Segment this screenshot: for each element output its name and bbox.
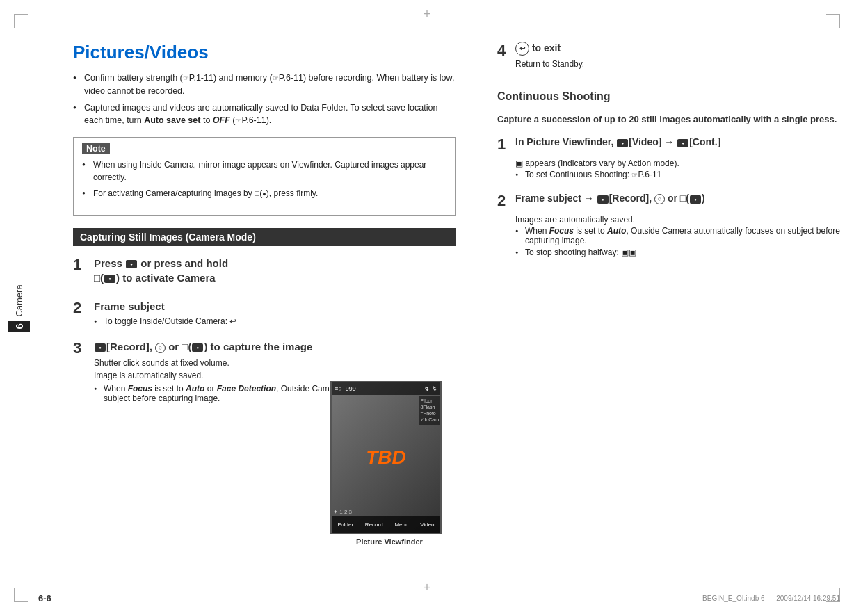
bottom-num: ✦ 1 2 3 xyxy=(333,509,352,515)
cs-step-2-body: Images are automatically saved. xyxy=(497,213,845,226)
footer: 6-6 BEGIN_E_OI.indb 6 2009/12/14 16:29:5… xyxy=(38,593,840,603)
cs-step-1-sub-1: To set Continuous Shooting: ☞P.6-11 xyxy=(497,170,845,179)
footer-file-text: BEGIN_E_OI.indb 6 xyxy=(702,594,765,602)
cs-step-1: 1 In Picture Viewfinder, [Video] → [Cont… xyxy=(497,136,845,179)
step-4-body: Return to Standby. xyxy=(515,58,584,70)
step-3-body: Shutter click sounds at fixed volume.Ima… xyxy=(94,357,456,382)
back-icon: ↩ xyxy=(515,42,529,56)
cs-step-2-sub-1: When Focus is set to Auto, Outside Camer… xyxy=(497,226,845,245)
camera-icon-2 xyxy=(104,275,115,283)
side-icon-3: =Photo xyxy=(420,411,439,416)
note-box: Note When using Inside Camera, mirror im… xyxy=(73,137,456,216)
circle-icon-1: ○ xyxy=(155,343,166,353)
intro-bullet-1: Confirm battery strength (☞P.1-11) and m… xyxy=(73,72,456,98)
cam-icon-cs2a xyxy=(597,195,609,204)
phone-status-right: ↯ ↯ xyxy=(424,385,437,392)
note-bullet-1: When using Inside Camera, mirror image a… xyxy=(82,159,446,184)
right-column: 4 ↩ to exit Return to Standby. Continuou… xyxy=(497,42,845,270)
step-2-title: Frame subject xyxy=(94,299,456,314)
cs-step-1-number: 1 xyxy=(497,136,510,154)
bottom-bar-video: Video xyxy=(420,521,434,528)
phone-side-icons: Filcon 8Flash =Photo ✓InCam xyxy=(419,396,440,425)
circle-icon-cs2: ○ xyxy=(654,194,665,204)
phone-caption: Picture Viewfinder xyxy=(330,537,449,546)
intro-bullet-2: Captured images and videos are automatic… xyxy=(73,102,456,128)
phone-status-bar: ≡○ 999 ↯ ↯ xyxy=(332,382,440,395)
footer-page-number: 6-6 xyxy=(38,593,51,603)
side-icon-4: ✓InCam xyxy=(420,417,439,423)
phone-status-left: ≡○ 999 xyxy=(335,385,356,392)
step-2-number: 2 xyxy=(73,299,87,328)
sidebar-chapter: 6 xyxy=(8,321,30,332)
section1-header: Capturing Still Images (Camera Mode) xyxy=(73,228,456,246)
bottom-bar-record: Record xyxy=(365,521,383,528)
cs-step-2-title: Frame subject → [Record], ○ or □() xyxy=(515,192,705,206)
step-2-sub-1: To toggle Inside/Outside Camera: ↩ xyxy=(94,316,456,326)
bottom-bar-folder: Folder xyxy=(337,521,353,528)
step-4-number: 4 xyxy=(497,42,510,60)
step-4-content: ↩ to exit Return to Standby. xyxy=(515,42,584,70)
intro-bullets: Confirm battery strength (☞P.1-11) and m… xyxy=(73,72,456,127)
side-icon-1: Filcon xyxy=(420,398,439,403)
main-content: Pictures/Videos Confirm battery strength… xyxy=(38,0,854,616)
note-title: Note xyxy=(82,143,110,154)
continuous-shooting-section: Continuous Shooting Capture a succession… xyxy=(497,90,845,257)
cam-icon-cs1b xyxy=(677,139,688,147)
cs-step-2: 2 Frame subject → [Record], ○ or □() Ima… xyxy=(497,192,845,257)
cs-step-1-header: 1 In Picture Viewfinder, [Video] → [Cont… xyxy=(497,136,845,154)
note-bullet-2: For activating Camera/capturing images b… xyxy=(82,187,446,200)
camera-icon-1 xyxy=(126,260,137,268)
step-1-number: 1 xyxy=(73,256,87,288)
footer-date-text: 2009/12/14 16:29:51 xyxy=(776,594,840,602)
cs-step-2-number: 2 xyxy=(497,192,510,210)
step-3-title: [Record], ○ or □() to capture the image xyxy=(94,339,456,354)
cs-step-2-header: 2 Frame subject → [Record], ○ or □() xyxy=(497,192,845,210)
step-1-content: Press or press and hold □() to activate … xyxy=(94,256,456,288)
left-column: Pictures/Videos Confirm battery strength… xyxy=(73,42,456,416)
step-2-content: Frame subject To toggle Inside/Outside C… xyxy=(94,299,456,328)
step-1: 1 Press or press and hold □() to activat… xyxy=(73,256,456,288)
cam-icon-cs1a xyxy=(617,139,628,147)
cam-icon-cs2b xyxy=(690,195,701,204)
camera-icon-3 xyxy=(95,343,106,352)
footer-file: BEGIN_E_OI.indb 6 2009/12/14 16:29:51 xyxy=(702,594,840,602)
phone-bottom-icons: ✦ 1 2 3 xyxy=(333,509,352,515)
camera-icon-4 xyxy=(192,343,203,352)
step-2: 2 Frame subject To toggle Inside/Outside… xyxy=(73,299,456,328)
cont-section-desc: Capture a succession of up to 20 still i… xyxy=(497,113,845,126)
cont-section-title: Continuous Shooting xyxy=(497,90,845,106)
sidebar-text: Camera xyxy=(14,284,24,316)
tbd-text: TBD xyxy=(366,446,406,469)
step-4-title: ↩ to exit xyxy=(515,42,584,56)
phone-bottom-bar: Folder Record Menu Video xyxy=(332,516,440,533)
note-bullets: When using Inside Camera, mirror image a… xyxy=(82,159,446,200)
phone-screen: ≡○ 999 ↯ ↯ TBD Filcon 8Flash =Photo ✓InC… xyxy=(330,381,442,534)
cs-step-2-sub-2: To stop shooting halfway: ▣▣ xyxy=(497,248,845,257)
phone-image-area: ≡○ 999 ↯ ↯ TBD Filcon 8Flash =Photo ✓InC… xyxy=(330,381,449,546)
side-icon-2: 8Flash xyxy=(420,405,439,410)
bottom-bar-menu: Menu xyxy=(394,521,408,528)
divider xyxy=(497,83,845,83)
page-title: Pictures/Videos xyxy=(73,42,456,63)
step-1-title: Press or press and hold □() to activate … xyxy=(94,256,456,285)
sidebar-label: 6 Camera xyxy=(8,284,30,332)
steps-with-image: 1 Press or press and hold □() to activat… xyxy=(73,256,456,416)
step-3-number: 3 xyxy=(73,339,87,405)
cs-step-1-title: In Picture Viewfinder, [Video] → [Cont.] xyxy=(515,136,720,149)
step-4: 4 ↩ to exit Return to Standby. xyxy=(497,42,845,70)
sidebar: 6 Camera xyxy=(0,0,38,616)
cs-step-1-body: ▣ appears (Indicators vary by Action mod… xyxy=(497,157,845,170)
